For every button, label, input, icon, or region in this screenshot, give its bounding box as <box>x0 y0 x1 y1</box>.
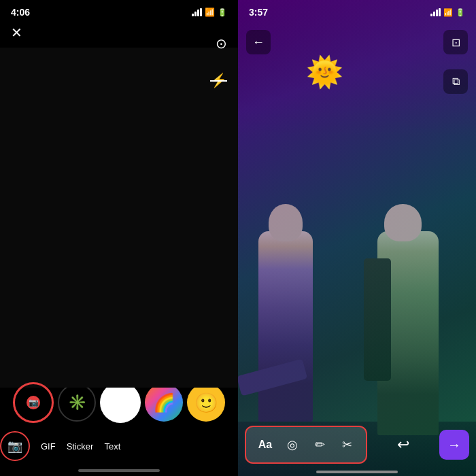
left-status-icons: 📶 🔋 <box>192 7 227 17</box>
guitar-neck <box>364 258 391 381</box>
tab-row: 📷 GIF Sticker Text <box>0 426 238 469</box>
draw-circle-tool-button[interactable]: ◎ <box>280 432 305 457</box>
performer-left-body <box>258 231 313 422</box>
left-panel: 4:06 📶 🔋 ✕ ⊙ ⚡ 📷 <box>0 0 238 476</box>
scissors-icon: ✂ <box>342 437 352 452</box>
tab-gif[interactable]: GIF <box>41 441 56 452</box>
next-button[interactable]: → <box>439 430 469 460</box>
tab-camera[interactable]: 📷 <box>0 431 30 461</box>
aa-icon: Aa <box>258 439 272 451</box>
circle-tool-icon: ◎ <box>287 437 298 452</box>
concert-scene <box>238 0 476 476</box>
camera-flip-icon[interactable]: ⊙ <box>216 36 227 51</box>
layers-icon: ⧉ <box>452 75 460 88</box>
camera-tab-icon-circle: 📷 <box>0 431 30 461</box>
camera-tab-icon: 📷 <box>7 439 22 454</box>
story-spark[interactable]: ✳️ <box>58 384 96 422</box>
right-bottom-toolbar: Aa ◎ ✏ ✂ ↩ → <box>238 426 476 464</box>
performer-left-head <box>269 204 303 241</box>
right-home-indicator <box>316 471 398 473</box>
tab-text[interactable]: Text <box>104 441 120 452</box>
right-status-bar: 3:57 📶 🔋 <box>238 0 476 22</box>
sticker-tab-label: Sticker <box>67 441 94 452</box>
back-arrow-icon: ← <box>252 35 265 50</box>
right-status-icons: 📶 🔋 <box>430 8 465 17</box>
right-top-icons: ← ⊡ <box>238 30 476 54</box>
next-arrow-icon: → <box>447 437 461 453</box>
smiley-circle: 🙂 <box>187 384 225 422</box>
spark-icon: ✳️ <box>68 394 86 411</box>
scissors-tool-button[interactable]: ✂ <box>335 432 359 457</box>
undo-button[interactable]: ↩ <box>391 432 415 457</box>
rainbow-circle: 🌈 <box>145 384 183 422</box>
camera-capture-inner: 📷 <box>27 396 40 409</box>
flash-icon[interactable]: ⚡ <box>210 73 227 88</box>
left-wifi-icon: 📶 <box>205 7 215 17</box>
right-battery-icon: 🔋 <box>456 8 465 17</box>
left-signal-icon <box>192 8 202 16</box>
right-time: 3:57 <box>249 7 268 18</box>
undo-icon: ↩ <box>397 436 409 454</box>
spark-circle: ✳️ <box>58 384 96 422</box>
left-status-bar: 4:06 📶 🔋 <box>0 0 238 22</box>
performer-right-area <box>371 204 473 435</box>
story-smiley[interactable]: 🙂 <box>187 384 225 422</box>
white-circle <box>100 382 141 423</box>
performer-right-head <box>384 204 422 241</box>
layers-button[interactable]: ⧉ <box>443 69 468 94</box>
sun-sticker[interactable]: 🌞 <box>306 54 343 90</box>
story-rainbow[interactable]: 🌈 <box>145 384 183 422</box>
pen-icon: ✏ <box>315 437 325 452</box>
right-signal-icon <box>430 8 441 16</box>
right-side-icons: ⧉ <box>443 33 468 94</box>
camera-capture-btn[interactable]: 📷 <box>13 382 54 423</box>
performer-left-area <box>245 204 333 422</box>
pen-tool-button[interactable]: ✏ <box>307 432 332 457</box>
tools-group: Aa ◎ ✏ ✂ <box>245 426 367 464</box>
left-home-indicator <box>78 469 160 472</box>
tab-sticker[interactable]: Sticker <box>67 441 94 452</box>
instagram-icon: 📷 <box>29 398 39 407</box>
concert-background: 🌞 3:57 📶 🔋 ← ⊡ <box>238 0 476 476</box>
left-time: 4:06 <box>11 7 30 18</box>
left-battery-icon: 🔋 <box>218 8 227 17</box>
text-tool-button[interactable]: Aa <box>253 432 277 457</box>
text-tab-label: Text <box>104 441 120 452</box>
back-button[interactable]: ← <box>246 30 271 54</box>
story-camera[interactable]: 📷 <box>13 382 54 423</box>
story-white[interactable] <box>100 382 141 423</box>
right-panel: 🌞 3:57 📶 🔋 ← ⊡ <box>238 0 476 476</box>
right-wifi-icon: 📶 <box>443 8 453 17</box>
close-button[interactable]: ✕ <box>11 24 22 41</box>
gif-tab-label: GIF <box>41 441 56 452</box>
